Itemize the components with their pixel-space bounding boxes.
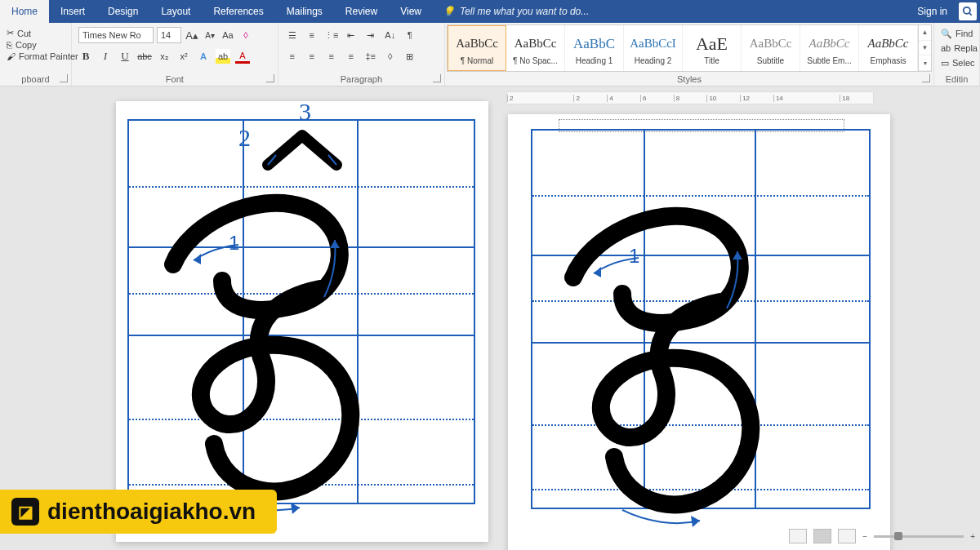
sign-in-link[interactable]: Sign in [906,6,959,17]
decrease-indent-button[interactable]: ⇤ [344,28,359,42]
find-button[interactable]: 🔍Find [941,26,973,41]
search-icon[interactable] [959,2,977,20]
print-layout-button[interactable] [813,529,831,543]
styles-group-label: Styles [445,74,933,84]
cut-button[interactable]: ✂Cut [7,28,78,38]
align-left-button[interactable]: ≡ [285,49,300,64]
stroke-number-1: 1 [229,232,239,254]
tab-layout[interactable]: Layout [149,0,202,23]
select-icon: ▭ [941,58,949,69]
svg-marker-4 [291,503,300,514]
document-area[interactable]: 3 2 1 [0,86,980,550]
replace-button[interactable]: abRepla [941,41,973,55]
show-marks-button[interactable]: ¶ [403,28,417,42]
styles-more-button[interactable]: ▲▼▾ [918,25,931,71]
scissors-icon: ✂ [7,28,14,38]
menu-tabs: Home Insert Design Layout References Mai… [0,0,980,23]
subscript-button[interactable]: x₂ [157,49,172,64]
logo-icon: ◪ [11,498,39,526]
svg-marker-7 [691,516,700,527]
find-icon: 🔍 [941,29,952,39]
copy-icon: ⎘ [7,40,12,50]
multilevel-button[interactable]: ⋮≡ [324,28,339,42]
align-center-button[interactable]: ≡ [305,49,319,64]
tab-design[interactable]: Design [96,0,149,23]
horizontal-ruler[interactable]: 2 24 68 1012 14 18 [506,91,874,104]
zoom-in-button[interactable]: + [970,532,975,541]
editing-group-label: Editin [934,74,979,84]
text-effects-button[interactable]: A [196,49,211,64]
font-group-label: Font [72,74,278,84]
style-subtleem[interactable]: AaBbCcSubtle Em... [800,25,859,71]
font-dialog-launcher[interactable] [266,74,274,82]
bold-button[interactable]: B [78,49,93,64]
page-left: 3 2 1 [116,101,488,542]
clipboard-dialog-launcher[interactable] [60,74,68,82]
watermark-logo: ◪ dienthoaigiakho.vn [0,490,277,534]
paragraph-dialog-launcher[interactable] [433,74,441,82]
read-mode-button[interactable] [789,529,807,543]
style-title[interactable]: AaETitle [683,25,742,71]
underline-button[interactable]: U [118,49,132,64]
increase-indent-button[interactable]: ⇥ [363,28,378,42]
highlight-button[interactable]: ab [216,49,230,64]
brush-icon: 🖌 [7,51,16,61]
tell-me-search[interactable]: 💡 Tell me what you want to do... [433,6,906,17]
clear-formatting-button[interactable]: ◊ [238,28,253,42]
paragraph-group-label: Paragraph [278,74,444,84]
tab-insert[interactable]: Insert [49,0,96,23]
italic-button[interactable]: I [98,49,113,64]
copy-button[interactable]: ⎘Copy [7,40,78,50]
superscript-button[interactable]: x² [176,49,191,64]
grow-font-button[interactable]: A▴ [185,28,199,42]
style-subtitle[interactable]: AaBbCcSubtitle [742,25,800,71]
shrink-font-button[interactable]: A▾ [203,28,217,42]
page-right: 1 [508,114,890,550]
zoom-out-button[interactable]: − [862,532,867,541]
borders-button[interactable]: ⊞ [403,49,417,64]
change-case-button[interactable]: Aa [220,28,235,42]
select-button[interactable]: ▭Selec [941,55,973,70]
svg-text:1: 1 [629,245,639,267]
style-emphasis[interactable]: AaBbCcEmphasis [859,25,918,71]
tab-references[interactable]: References [202,0,274,23]
format-painter-button[interactable]: 🖌Format Painter [7,51,78,61]
zoom-slider[interactable] [874,535,964,538]
font-name-combo[interactable]: Times New Ro [78,27,154,43]
style-heading1[interactable]: AaBbCHeading 1 [565,25,624,71]
svg-line-1 [969,13,972,16]
style-heading2[interactable]: AaBbCcIHeading 2 [624,25,683,71]
font-color-button[interactable]: A [235,49,250,64]
styles-dialog-launcher[interactable] [922,74,930,82]
sort-button[interactable]: A↓ [383,28,398,42]
tab-mailings[interactable]: Mailings [275,0,334,23]
numbering-button[interactable]: ≡ [305,28,319,42]
justify-button[interactable]: ≡ [344,49,359,64]
tab-review[interactable]: Review [334,0,389,23]
lightbulb-icon: 💡 [443,6,455,17]
font-size-combo[interactable]: 14 [157,27,181,43]
styles-gallery[interactable]: AaBbCc¶ Normal AaBbCc¶ No Spac... AaBbCH… [447,24,932,72]
align-right-button[interactable]: ≡ [324,49,339,64]
tab-home[interactable]: Home [0,0,49,23]
tab-view[interactable]: View [389,0,433,23]
svg-point-0 [964,7,970,14]
style-normal[interactable]: AaBbCc¶ Normal [448,25,506,71]
strikethrough-button[interactable]: abc [137,49,152,64]
shading-button[interactable]: ◊ [383,49,398,64]
status-bar: − + [789,529,975,543]
style-nospacing[interactable]: AaBbCc¶ No Spac... [506,25,565,71]
bullets-button[interactable]: ☰ [285,28,300,42]
letter-e-hat-drawing: 1 [116,101,488,542]
ribbon: ✂Cut ⎘Copy 🖌Format Painter pboard Times … [0,23,980,86]
replace-icon: ab [941,43,951,53]
letter-e-drawing: 1 [508,114,890,550]
line-spacing-button[interactable]: ‡≡ [363,49,378,64]
web-layout-button[interactable] [838,529,856,543]
